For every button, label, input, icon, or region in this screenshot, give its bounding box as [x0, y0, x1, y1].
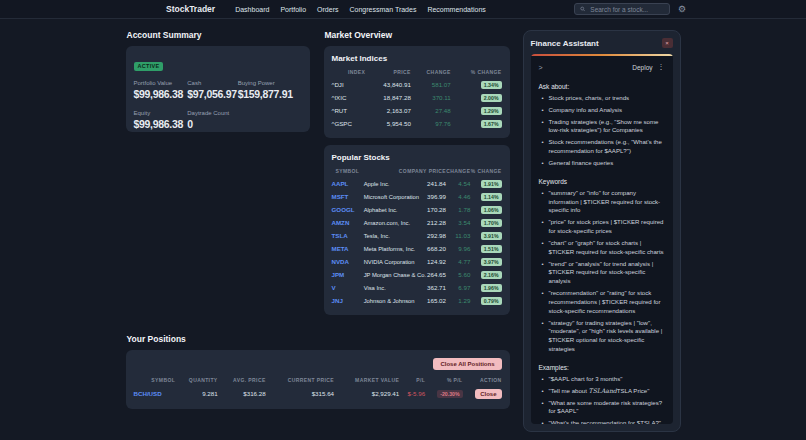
index-change: 97.76 — [411, 117, 451, 130]
stock-price: 668.20 — [427, 242, 446, 255]
stock-symbol-link[interactable]: AAPL — [332, 180, 349, 187]
column-header: Quantity — [175, 375, 217, 386]
column-header: % Change — [470, 166, 501, 177]
position-market-value: $2,929.41 — [334, 386, 399, 401]
deploy-button[interactable]: Deploy — [632, 64, 652, 71]
stat-value: $99,986.38 — [134, 88, 188, 100]
stat-label: Equity — [134, 110, 188, 116]
stock-pct-badge: 1.51% — [481, 245, 502, 253]
column-header: Action — [463, 375, 502, 386]
list-item: "$AAPL chart for 3 months" — [541, 375, 665, 384]
list-item: Stock prices, charts, or trends — [541, 94, 665, 103]
stock-symbol-link[interactable]: JNJ — [332, 297, 343, 304]
stock-symbol-link[interactable]: JPM — [332, 271, 345, 278]
expand-sidebar-icon[interactable]: > — [539, 64, 543, 71]
math-text: TSLAand — [589, 387, 617, 394]
positions-card: Close All Positions SymbolQuantityAvg. P… — [126, 350, 510, 409]
top-nav: StockTrader DashboardPortfolioOrdersCong… — [0, 0, 806, 19]
index-pct-badge: 1.67% — [481, 120, 502, 128]
column-header: Symbol — [134, 375, 176, 386]
stock-company: Apple Inc. — [360, 177, 427, 190]
settings-gear-icon[interactable]: ⚙ — [678, 5, 686, 14]
stock-row: AAPL Apple Inc. 241.84 4.54 1.91% — [332, 177, 502, 190]
search-icon — [580, 6, 585, 12]
stock-symbol-link[interactable]: V — [332, 284, 336, 291]
position-avg-price: $316.28 — [218, 386, 266, 401]
menu-dots-icon[interactable]: ⋮ — [658, 63, 665, 71]
list-item: Stock recommendations (e.g., "What's the… — [541, 138, 665, 156]
account-summary-section: Account Summary ACTIVE Portfolio Value $… — [126, 30, 310, 322]
market-indices-card: Market Indices IndexPriceChange% Change … — [324, 46, 510, 138]
index-symbol: ^GSPC — [332, 117, 366, 130]
market-overview-section: Market Overview Market Indices IndexPric… — [324, 30, 510, 322]
stock-symbol-link[interactable]: GOOGL — [332, 206, 355, 213]
stock-row: TSLA Tesla, Inc. 292.98 11.03 3.91% — [332, 229, 502, 242]
stock-change: 6.97 — [446, 281, 470, 294]
position-row: BCH/USD 9.281 $316.28 $315.64 $2,929.41 … — [134, 386, 502, 401]
stock-pct-badge: 2.16% — [481, 271, 502, 279]
column-header: % P/L — [425, 375, 462, 386]
stock-pct-badge: 1.70% — [481, 219, 502, 227]
column-header: Current Price — [266, 375, 334, 386]
nav-link[interactable]: Portfolio — [280, 6, 306, 13]
popular-stocks-card: Popular Stocks SymbolCompanyPriceChange%… — [324, 145, 510, 315]
list-item: "strategy" for trading strategies | "low… — [541, 319, 665, 354]
list-item: "recommendation" or "rating" for stock r… — [541, 289, 665, 315]
nav-link[interactable]: Recommendations — [427, 6, 485, 13]
search-input[interactable] — [588, 5, 664, 14]
stat-value: $97,056.97 — [187, 88, 237, 100]
stock-row: GOOGL Alphabet Inc. 170.28 1.78 1.06% — [332, 203, 502, 216]
index-price: 18,847.28 — [365, 91, 411, 104]
column-header: Change — [411, 67, 451, 78]
section-title-positions: Your Positions — [127, 334, 510, 344]
stock-company: Meta Platforms, Inc. — [360, 242, 427, 255]
stock-price: 264.65 — [427, 268, 446, 281]
nav-link[interactable]: Dashboard — [235, 6, 269, 13]
stock-company: JP Morgan Chase & Co. — [360, 268, 427, 281]
list-item: Company info and Analysis — [541, 106, 665, 115]
stock-symbol-link[interactable]: TSLA — [332, 232, 348, 239]
account-stat: Portfolio Value $99,986.38 — [134, 80, 188, 100]
stock-change: 4.54 — [446, 177, 470, 190]
list-item: "chart" or "graph" for stock charts | $T… — [541, 239, 665, 257]
stock-company: Alphabet Inc. — [360, 203, 427, 216]
stock-symbol-link[interactable]: META — [332, 245, 349, 252]
position-pl: $-5.96 — [399, 386, 425, 401]
position-symbol-link[interactable]: BCH/USD — [134, 390, 162, 397]
list-item: "What's the recommendation for $TSLA?" — [541, 419, 665, 424]
column-header: Price — [365, 67, 411, 78]
position-current-price: $315.64 — [266, 386, 334, 401]
index-symbol: ^DJI — [332, 78, 366, 91]
stat-value: $159,877.91 — [238, 88, 302, 100]
nav-link[interactable]: Orders — [317, 6, 338, 13]
panel-close-button[interactable]: × — [662, 38, 673, 48]
stock-company: Amazon.com, Inc. — [360, 216, 427, 229]
list-item: "summary" or "info" for company informat… — [541, 189, 665, 215]
examples-label: Examples: — [539, 364, 665, 371]
index-price: 2,163.07 — [365, 104, 411, 117]
account-stat: Cash $97,056.97 — [187, 80, 237, 100]
assistant-embed: > Deploy ⋮ Finance Chatbot Ask about: St… — [531, 54, 673, 424]
stock-pct-badge: 1.06% — [481, 206, 502, 214]
close-position-button[interactable]: Close — [475, 389, 501, 399]
stock-pct-badge: 1.14% — [481, 193, 502, 201]
stock-symbol-link[interactable]: NVDA — [332, 258, 350, 265]
popular-stocks-title: Popular Stocks — [332, 153, 502, 162]
section-title-account-summary: Account Summary — [127, 30, 310, 40]
nav-links: DashboardPortfolioOrdersCongressman Trad… — [235, 6, 486, 13]
index-price: 43,840.91 — [365, 78, 411, 91]
nav-link[interactable]: Congressman Trades — [349, 6, 416, 13]
stock-search-box[interactable] — [574, 3, 670, 15]
stock-price: 170.28 — [427, 203, 446, 216]
stock-price: 212.28 — [427, 216, 446, 229]
index-pct-badge: 2.00% — [481, 94, 502, 102]
section-title-market-overview: Market Overview — [325, 30, 510, 40]
app-logo: StockTrader — [166, 4, 215, 14]
stock-symbol-link[interactable]: MSFT — [332, 193, 349, 200]
index-pct-badge: 1.34% — [481, 81, 502, 89]
stock-symbol-link[interactable]: AMZN — [332, 219, 350, 226]
position-quantity: 9.281 — [175, 386, 217, 401]
stock-company: Visa Inc. — [360, 281, 427, 294]
stock-row: AMZN Amazon.com, Inc. 212.28 3.54 1.70% — [332, 216, 502, 229]
close-all-positions-button[interactable]: Close All Positions — [433, 358, 501, 370]
